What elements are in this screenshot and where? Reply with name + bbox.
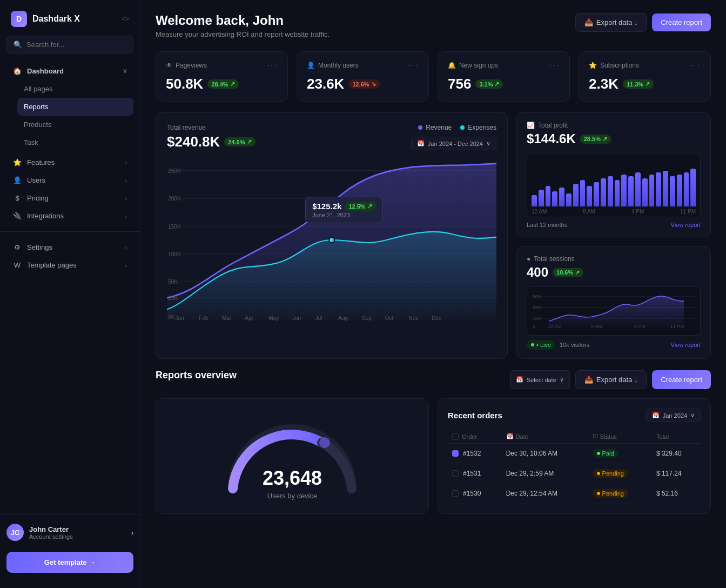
nav-sub-dashboard: All pages Reports Products Task (6, 80, 133, 151)
logo[interactable]: D Dashdark X <> (0, 0, 140, 36)
subscriptions-badge: 11.3% ↗ (623, 79, 654, 89)
view-report-profit-link[interactable]: View report (671, 222, 701, 228)
chevron-down-icon-select: ∨ (560, 376, 564, 383)
bar-item (649, 175, 655, 207)
features-icon: ⭐ (13, 158, 22, 166)
orders-month-picker[interactable]: 📅 Jan 2024 ∨ (646, 409, 701, 422)
nav-item-all-pages[interactable]: All pages (17, 80, 133, 98)
nav-item-features[interactable]: ⭐ Features › (6, 153, 133, 171)
date-range-picker[interactable]: 📅 Jan 2024 - Dec 2024 ∨ (411, 137, 496, 150)
signups-menu[interactable]: ··· (549, 61, 560, 70)
monthly-users-icon: 👤 (307, 62, 315, 69)
svg-point-6 (329, 237, 334, 243)
app-name: Dashdark X (32, 14, 80, 24)
reports-overview-section: Reports overview 📅 Select date ∨ 📥 Expor… (156, 370, 711, 514)
create-report-button[interactable]: Create report (652, 14, 711, 31)
profit-bar-labels: 12 AM 8 AM 4 PM 11 PM (532, 209, 696, 215)
bar-item (635, 172, 641, 206)
expenses-dot (460, 125, 465, 130)
nav-item-reports[interactable]: Reports (17, 98, 133, 116)
svg-text:250K: 250K (168, 168, 181, 173)
reports-export-button[interactable]: 📥 Export data ↓ (575, 370, 647, 389)
user-sub: Account settings (29, 533, 126, 540)
svg-text:4 PM: 4 PM (634, 324, 646, 329)
integrations-icon: 🔌 (13, 212, 22, 220)
select-date-picker[interactable]: 📅 Select date ∨ (510, 370, 570, 389)
chevron-right-icon-7: › (131, 529, 133, 537)
calendar-icon-2: 📅 (516, 376, 523, 383)
pageviews-menu[interactable]: ··· (267, 61, 278, 70)
nav-item-task[interactable]: Task (17, 133, 133, 151)
bar-item (663, 171, 668, 207)
nav-item-template-pages[interactable]: W Template pages › (6, 256, 133, 274)
view-report-sessions-link[interactable]: View report (671, 342, 701, 348)
stat-cards: 👁 Pageviews ··· 50.8K 28.4% ↗ 👤 Monthly … (156, 51, 711, 102)
svg-text:12 AM: 12 AM (548, 324, 562, 329)
search-input[interactable] (26, 41, 126, 49)
nav-item-settings[interactable]: ⚙ Settings › (6, 238, 133, 256)
gauge-value: 23,648 (263, 467, 322, 490)
nav-label-settings: Settings (27, 243, 52, 251)
svg-text:25K: 25K (168, 295, 178, 301)
nav-item-dashboard[interactable]: 🏠 Dashboard ∨ (6, 62, 133, 80)
svg-text:Aug: Aug (338, 315, 348, 321)
col-order: Order (448, 430, 502, 444)
signups-label: New sign ups (459, 62, 498, 69)
subscriptions-label: Subscriptions (600, 62, 639, 69)
sidebar: D Dashdark X <> 🔍 🏠 Dashboard ∨ All page… (0, 0, 140, 588)
reports-overview-actions: 📅 Select date ∨ 📥 Export data ↓ Create r… (510, 370, 711, 389)
main-content: Welcome back, John Measure your advertis… (140, 0, 726, 588)
nav-label-task: Task (24, 138, 38, 146)
svg-text:0: 0 (533, 324, 535, 329)
subscriptions-menu[interactable]: ··· (690, 61, 701, 70)
chart-header: Total revenue $240.8K 24.6% ↗ Revenue (167, 124, 496, 150)
bar-item (642, 178, 648, 207)
sidebar-toggle-icon[interactable]: <> (122, 15, 129, 23)
sessions-chart-svg: 500 250 100 0 12 AM 8 A (532, 291, 696, 329)
nav-item-pricing[interactable]: $ Pricing › (6, 189, 133, 207)
nav-item-users[interactable]: 👤 Users › (6, 171, 133, 189)
bar-item (684, 172, 689, 206)
bar-item (621, 175, 627, 207)
search-bar[interactable]: 🔍 (6, 36, 133, 54)
user-name: John Carter (29, 525, 126, 533)
nav-label-reports: Reports (24, 103, 49, 111)
bar-item (532, 195, 537, 206)
pageviews-label: Pageviews (176, 62, 207, 69)
chart-icon: 📈 (527, 122, 535, 129)
pageviews-icon: 👁 (166, 62, 172, 69)
calendar-icon-3: 📅 (652, 412, 660, 419)
tooltip-date: June 21, 2023 (312, 212, 375, 218)
svg-text:Nov: Nov (408, 315, 419, 321)
visitors-count: 10k visitors (560, 342, 589, 348)
bar-item (601, 178, 606, 207)
svg-text:Oct: Oct (385, 315, 394, 321)
svg-text:May: May (268, 315, 279, 321)
monthly-users-label: Monthly users (318, 62, 359, 69)
settings-icon: ⚙ (13, 243, 22, 251)
signups-value: 756 (448, 76, 471, 92)
line-chart-svg: 250K 200K 150K 100K 50K 25K 0K Jan Feb M… (167, 159, 496, 321)
page-subtitle: Measure your advertising ROI and report … (156, 30, 330, 38)
page-header: Welcome back, John Measure your advertis… (156, 13, 711, 38)
get-template-button[interactable]: Get template → (6, 552, 133, 573)
export-data-button[interactable]: 📥 Export data ↓ (575, 13, 647, 32)
chevron-down-icon-date: ∨ (486, 140, 490, 147)
bar-item (546, 186, 551, 207)
svg-text:Dec: Dec (432, 315, 441, 321)
legend-expenses: Expenses (460, 124, 496, 131)
svg-text:0K: 0K (168, 313, 174, 319)
user-account-row[interactable]: JC John Carter Account settings › (0, 519, 140, 545)
line-chart-area: 250K 200K 150K 100K 50K 25K 0K Jan Feb M… (167, 159, 496, 321)
table-row: #1531 Dec 29, 2:59 AM Pending $ 117.24 (448, 464, 701, 484)
svg-text:Jun: Jun (292, 315, 301, 321)
gauge-label: Users by device (267, 492, 317, 500)
reports-create-button[interactable]: Create report (652, 370, 711, 389)
avatar: JC (6, 524, 24, 541)
nav-item-integrations[interactable]: 🔌 Integrations › (6, 207, 133, 225)
pageviews-badge: 28.4% ↗ (207, 79, 238, 89)
monthly-users-menu[interactable]: ··· (408, 61, 419, 70)
nav-item-products[interactable]: Products (17, 116, 133, 133)
sessions-value: 400 10.6% ↗ (527, 265, 701, 280)
reports-overview-header: Reports overview 📅 Select date ∨ 📥 Expor… (156, 370, 711, 390)
